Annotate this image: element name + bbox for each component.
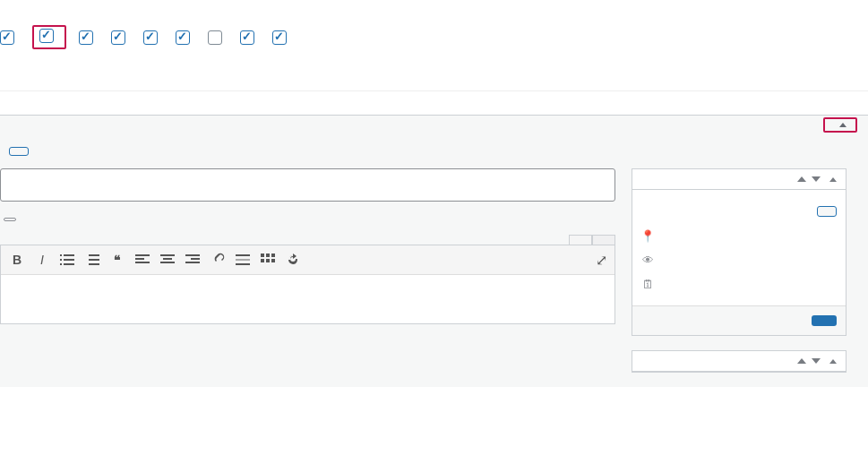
svg-rect-5 xyxy=(64,263,74,265)
checkbox-comments[interactable] xyxy=(176,30,195,45)
edit-slug-button[interactable] xyxy=(4,218,16,221)
bullet-list-icon[interactable] xyxy=(58,251,76,269)
layout-section-text xyxy=(0,62,868,87)
checkbox-input[interactable] xyxy=(240,30,254,45)
editor-box: B I ❝ ⤢ xyxy=(0,245,615,324)
move-down-icon[interactable] xyxy=(812,176,821,182)
checkbox-input[interactable] xyxy=(143,30,158,45)
svg-rect-1 xyxy=(64,254,74,256)
screen-options-bar xyxy=(0,115,868,145)
additional-settings-text xyxy=(0,95,868,115)
checkbox-input[interactable] xyxy=(111,30,125,45)
divider xyxy=(0,90,868,91)
svg-rect-24 xyxy=(261,259,264,262)
checkbox-slug[interactable] xyxy=(208,30,228,45)
fullscreen-icon[interactable]: ⤢ xyxy=(596,252,607,269)
move-up-icon[interactable] xyxy=(797,176,806,182)
numbered-list-icon[interactable] xyxy=(83,251,101,269)
tab-visual[interactable] xyxy=(569,235,592,245)
toolbar-toggle-icon[interactable] xyxy=(259,251,277,269)
editor-tabs xyxy=(0,235,615,245)
svg-rect-8 xyxy=(89,263,99,265)
checkbox-excerpt[interactable] xyxy=(111,30,131,45)
permalink-row xyxy=(0,202,615,235)
checkbox-portfolio-settings[interactable] xyxy=(272,30,292,45)
svg-rect-10 xyxy=(135,258,144,260)
preview-changes-button[interactable] xyxy=(817,206,837,217)
svg-rect-18 xyxy=(236,254,250,256)
refresh-icon[interactable] xyxy=(284,251,302,269)
svg-rect-12 xyxy=(160,254,175,256)
visibility-row: 👁 xyxy=(641,248,837,272)
svg-rect-9 xyxy=(135,254,150,256)
highlighted-checkbox-wrapper xyxy=(32,25,66,49)
align-center-icon[interactable] xyxy=(159,251,176,269)
svg-rect-22 xyxy=(266,253,270,257)
publish-metabox: 📍 👁 🗓 xyxy=(632,168,847,336)
checkbox-input[interactable] xyxy=(79,30,93,45)
svg-rect-2 xyxy=(60,259,62,261)
svg-rect-14 xyxy=(160,262,175,263)
toggle-icon[interactable] xyxy=(829,177,837,182)
svg-rect-7 xyxy=(89,259,99,261)
checkbox-input[interactable] xyxy=(272,30,287,45)
quote-icon[interactable]: ❝ xyxy=(108,251,126,269)
chevron-up-icon xyxy=(839,123,847,127)
svg-rect-20 xyxy=(236,263,250,265)
toggle-icon[interactable] xyxy=(829,359,837,364)
page-title-row xyxy=(0,145,857,168)
checkbox-featured-image[interactable] xyxy=(79,30,99,45)
align-right-icon[interactable] xyxy=(184,251,202,269)
svg-rect-11 xyxy=(135,262,150,263)
checkbox-input[interactable] xyxy=(39,29,54,43)
publish-header[interactable] xyxy=(632,169,846,190)
bold-icon[interactable]: B xyxy=(8,251,26,269)
published-row: 🗓 xyxy=(641,272,837,296)
update-button[interactable] xyxy=(812,315,837,326)
checkbox-input[interactable] xyxy=(176,30,190,45)
checkbox-post-attributes[interactable] xyxy=(0,30,20,45)
checkbox-portfolio-item-classes[interactable] xyxy=(39,29,59,43)
main-content: B I ❝ ⤢ xyxy=(0,168,615,387)
svg-rect-13 xyxy=(163,258,172,260)
svg-rect-3 xyxy=(64,259,74,261)
checkbox-input[interactable] xyxy=(0,30,14,45)
svg-rect-15 xyxy=(185,254,200,256)
checkbox-input[interactable] xyxy=(208,30,222,45)
svg-rect-16 xyxy=(191,258,200,260)
move-down-icon[interactable] xyxy=(812,358,821,364)
svg-rect-4 xyxy=(60,263,62,265)
editor-toolbar: B I ❝ ⤢ xyxy=(1,245,614,275)
editor-body[interactable] xyxy=(1,275,614,323)
svg-rect-26 xyxy=(271,259,275,262)
screen-options-tab[interactable] xyxy=(823,117,857,133)
eye-icon: 👁 xyxy=(641,253,654,267)
svg-rect-23 xyxy=(271,253,275,257)
svg-rect-0 xyxy=(60,254,62,256)
svg-rect-19 xyxy=(236,259,250,261)
svg-rect-17 xyxy=(185,262,200,263)
align-left-icon[interactable] xyxy=(133,251,151,269)
screen-options-description xyxy=(0,0,868,20)
link-icon[interactable] xyxy=(209,251,227,269)
svg-rect-6 xyxy=(89,254,99,256)
read-more-icon[interactable] xyxy=(234,251,252,269)
add-new-button[interactable] xyxy=(9,147,29,156)
categories-metabox xyxy=(632,350,847,373)
pin-icon: 📍 xyxy=(641,229,654,243)
post-title-input[interactable] xyxy=(0,168,615,202)
checkbox-discussion[interactable] xyxy=(143,30,163,45)
tab-text[interactable] xyxy=(592,235,615,245)
svg-rect-21 xyxy=(261,253,264,257)
calendar-icon: 🗓 xyxy=(641,278,654,291)
checkbox-author[interactable] xyxy=(240,30,260,45)
move-up-icon[interactable] xyxy=(797,358,806,364)
categories-header[interactable] xyxy=(632,351,846,372)
svg-rect-25 xyxy=(266,259,270,262)
screen-options-checkboxes xyxy=(0,20,868,62)
sidebar: 📍 👁 🗓 xyxy=(632,168,847,387)
italic-icon[interactable]: I xyxy=(33,251,51,269)
status-row: 📍 xyxy=(641,224,837,248)
